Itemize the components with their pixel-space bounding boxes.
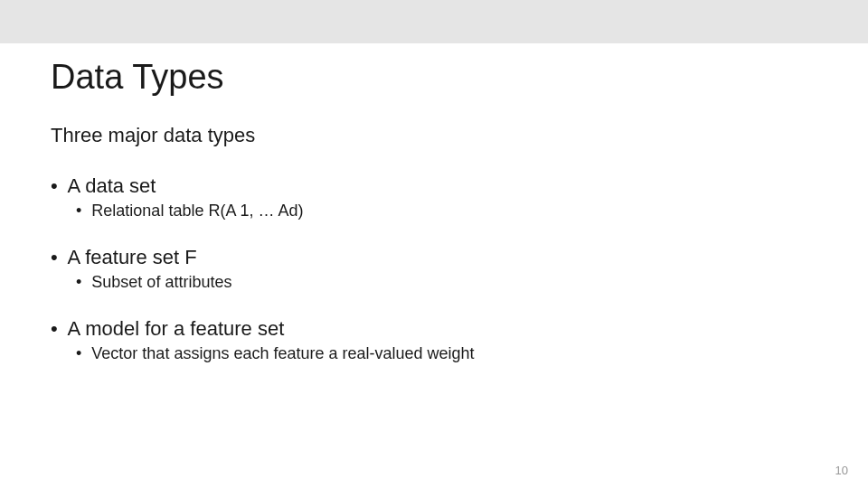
bullet-dot: • <box>76 273 81 292</box>
bullet-item: • A feature set F <box>51 246 817 269</box>
bullet-dot: • <box>51 174 58 198</box>
slide-subtitle: Three major data types <box>51 124 817 147</box>
sub-bullet-text: Relational table R(A 1, … Ad) <box>91 202 303 220</box>
sub-bullet-item: • Vector that assigns each feature a rea… <box>76 344 817 363</box>
bullet-dot: • <box>51 246 58 269</box>
bullet-text: A data set <box>68 174 156 197</box>
page-number: 10 <box>835 464 848 477</box>
bullet-dot: • <box>76 202 81 221</box>
sub-bullet-item: • Subset of attributes <box>76 273 817 292</box>
top-bar <box>0 0 868 43</box>
bullet-text: A feature set F <box>68 246 197 268</box>
sub-bullet-text: Subset of attributes <box>91 273 231 291</box>
slide-content: Data Types Three major data types • A da… <box>0 43 868 363</box>
bullet-dot: • <box>51 317 58 341</box>
sub-bullet-item: • Relational table R(A 1, … Ad) <box>76 202 817 221</box>
bullet-text: A model for a feature set <box>68 317 285 340</box>
sub-bullet-text: Vector that assigns each feature a real-… <box>91 344 474 362</box>
bullet-item: • A model for a feature set <box>51 317 817 341</box>
bullet-dot: • <box>76 344 81 363</box>
bullet-item: • A data set <box>51 174 817 198</box>
slide-title: Data Types <box>51 58 817 97</box>
